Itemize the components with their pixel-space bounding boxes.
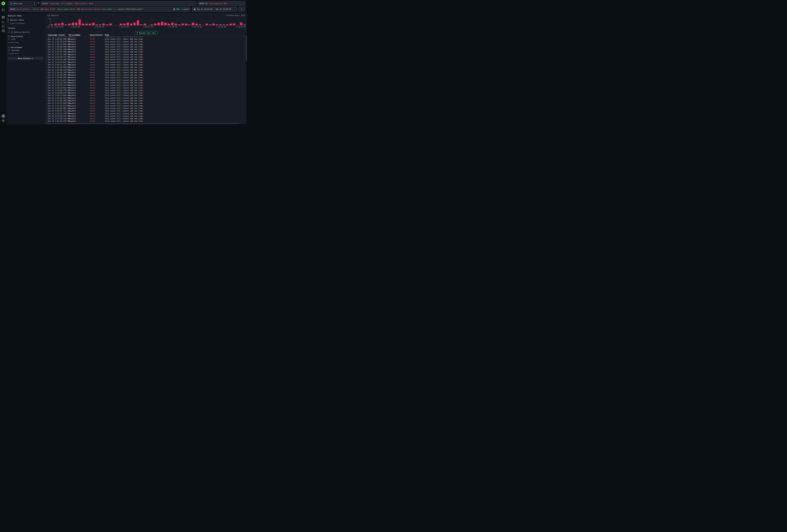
table-row[interactable]: ›Jun 11 1:51:39.115 PMpaymenterrorVisa c… [46, 118, 246, 120]
row-expand-chevron-icon[interactable]: › [46, 56, 47, 58]
table-row[interactable]: ›Jun 11 1:54:26.230 PMpaymenterrorVisa c… [46, 71, 246, 74]
row-expand-chevron-icon[interactable]: › [46, 54, 47, 56]
results-histogram[interactable]: 8 0 Jun 11 1:41:45 PM1:44:00 PM1:45:45 P… [47, 18, 246, 27]
info-checkbox[interactable] [8, 38, 10, 40]
table-options-icon[interactable]: ⋮ [243, 34, 245, 36]
column-resize-handle[interactable] [89, 34, 89, 36]
help-button[interactable]: ? [1, 114, 5, 118]
sidebar-resize-handle[interactable] [45, 13, 46, 124]
row-expand-chevron-icon[interactable]: › [46, 79, 47, 81]
row-expand-chevron-icon[interactable]: › [46, 66, 47, 68]
col-severitytext[interactable]: SeverityText [90, 34, 103, 36]
run-query-button[interactable]: ▷ [239, 7, 245, 12]
table-row[interactable]: ›Jun 11 1:54:52.241 PMpaymenterrorVisa c… [46, 63, 246, 66]
resume-live-tail-button[interactable]: Resume Live Tail [135, 31, 157, 35]
servicename-load-more[interactable]: Load more [8, 52, 43, 54]
column-resize-handle[interactable] [104, 34, 104, 36]
col-timestamp[interactable]: Timestamp (Local) [48, 34, 65, 36]
row-expand-chevron-icon[interactable]: › [46, 74, 47, 76]
chart-icon[interactable] [2, 21, 5, 23]
checkout-checkbox[interactable] [8, 49, 10, 51]
horizontal-scrollbar-thumb[interactable] [46, 123, 239, 124]
row-expand-chevron-icon[interactable]: › [46, 89, 47, 91]
table-row[interactable]: ›Jun 11 1:54:40.218 PMpaymenterrorVisa c… [46, 69, 246, 71]
table-row[interactable]: ›Jun 11 1:53:24.274 PMpaymenterrorVisa c… [46, 84, 246, 87]
row-expand-chevron-icon[interactable]: › [46, 112, 47, 114]
table-row[interactable]: ›Jun 11 1:53:05.578 PMpaymenterrorVisa c… [46, 89, 246, 92]
dashboard-icon[interactable] [2, 29, 5, 32]
table-row[interactable]: ›Jun 11 1:56:42.995 PMpaymenterrorVisa c… [46, 38, 246, 40]
row-expand-chevron-icon[interactable]: › [46, 107, 47, 109]
where-query-input[interactable]: WHERE SeverityText = 'error' AND Body IL… [9, 7, 190, 12]
column-resize-handle[interactable] [68, 34, 68, 36]
row-expand-chevron-icon[interactable]: › [46, 38, 47, 40]
row-expand-chevron-icon[interactable]: › [46, 94, 47, 97]
row-expand-chevron-icon[interactable]: › [46, 77, 47, 79]
horizontal-scrollbar[interactable] [46, 123, 245, 124]
order-by-input[interactable]: ORDER BY TimestampTime DESC [198, 1, 245, 6]
row-expand-chevron-icon[interactable]: › [46, 59, 47, 61]
row-expand-chevron-icon[interactable]: › [46, 69, 47, 71]
table-row[interactable]: ›Jun 11 1:51:57.712 PMpaymenterrorVisa c… [46, 110, 246, 112]
vertical-scrollbar[interactable] [246, 34, 247, 124]
table-row[interactable]: ›Jun 11 1:54:09.906 PMpaymenterrorVisa c… [46, 74, 246, 76]
row-expand-chevron-icon[interactable]: › [46, 64, 47, 66]
table-row[interactable]: ›Jun 11 1:52:25.630 PMpaymenterrorVisa c… [46, 102, 246, 105]
filter-option-info[interactable]: info [8, 38, 43, 40]
sessions-laptop-icon[interactable] [2, 25, 5, 27]
row-expand-chevron-icon[interactable]: › [46, 71, 47, 73]
table-row[interactable]: ›Jun 11 1:55:16.296 PMpaymenterrorVisa c… [46, 58, 246, 61]
hyperdx-logo-icon[interactable] [1, 1, 5, 5]
vertical-scrollbar-thumb[interactable] [246, 35, 247, 61]
filter-option-checkout[interactable]: checkout [8, 49, 43, 51]
table-row[interactable]: ›Jun 11 1:53:41.873 PMpaymenterrorVisa c… [46, 79, 246, 81]
table-row[interactable]: ›Jun 11 1:52:02.581 PMpaymenterrorVisa c… [46, 107, 246, 109]
table-row[interactable]: ›Jun 11 1:52:51.824 PMpaymenterrorVisa c… [46, 94, 246, 97]
sql-mode-toggle[interactable]: SQL [176, 8, 179, 10]
table-row[interactable]: ›Jun 11 1:56:03.248 PMpaymenterrorVisa c… [46, 48, 246, 50]
table-row[interactable]: ›Jun 11 1:56:32.843 PMpaymenterrorVisa c… [46, 43, 246, 45]
source-select[interactable]: Demo Logs [9, 1, 37, 6]
row-expand-chevron-icon[interactable]: › [46, 48, 47, 50]
table-row[interactable]: ›Jun 11 1:55:39.324 PMpaymenterrorVisa c… [46, 56, 246, 58]
more-filters-button[interactable]: More filters [8, 57, 43, 60]
table-row[interactable]: ›Jun 11 1:51:43.121 PMpaymenterrorVisa c… [46, 115, 246, 117]
row-expand-chevron-icon[interactable]: › [46, 82, 47, 84]
row-expand-chevron-icon[interactable]: › [46, 120, 47, 122]
tab-event-patterns[interactable]: Event Patterns [8, 22, 43, 25]
row-expand-chevron-icon[interactable]: › [46, 43, 47, 45]
row-expand-chevron-icon[interactable]: › [46, 102, 47, 104]
table-row[interactable]: ›Jun 11 1:53:26.250 PMpaymenterrorVisa c… [46, 81, 246, 84]
search-panel-icon[interactable] [2, 9, 5, 11]
row-expand-chevron-icon[interactable]: › [46, 87, 47, 89]
table-row[interactable]: ›Jun 11 1:54:43.948 PMpaymenterrorVisa c… [46, 66, 246, 69]
row-expand-chevron-icon[interactable]: › [46, 100, 47, 102]
row-expand-chevron-icon[interactable]: › [46, 84, 47, 86]
col-body[interactable]: Body [105, 34, 109, 36]
tab-results-table[interactable]: Results Table [8, 18, 43, 22]
time-range-picker[interactable]: Jun 11 13:41:52 - Jun 11 13:56:52 [192, 7, 237, 12]
logs-icon[interactable] [2, 16, 5, 18]
row-expand-chevron-icon[interactable]: › [46, 41, 47, 43]
table-row[interactable]: ›Jun 11 1:56:08.948 PMpaymenterrorVisa c… [46, 45, 246, 48]
table-row[interactable]: ›Jun 11 1:51:31.415 PMpaymenterrorVisa c… [46, 120, 246, 123]
table-row[interactable]: ›Jun 11 1:52:30.469 PMpaymenterrorVisa c… [46, 99, 246, 102]
severitytext-load-more[interactable]: Load more [8, 42, 43, 43]
row-expand-chevron-icon[interactable]: › [46, 97, 47, 99]
denoise-checkbox[interactable] [8, 31, 10, 33]
row-expand-chevron-icon[interactable]: › [46, 105, 47, 107]
user-avatar[interactable]: U [2, 119, 5, 122]
table-row[interactable]: ›Jun 11 1:54:06.953 PMpaymenterrorVisa c… [46, 76, 246, 79]
table-row[interactable]: ›Jun 11 1:53:00.676 PMpaymenterrorVisa c… [46, 92, 246, 94]
row-expand-chevron-icon[interactable]: › [46, 51, 47, 53]
table-row[interactable]: ›Jun 11 1:55:51.448 PMpaymenterrorVisa c… [46, 53, 246, 56]
table-row[interactable]: ›Jun 11 1:56:38.534 PMpaymenterrorVisa c… [46, 40, 246, 43]
row-expand-chevron-icon[interactable]: › [46, 115, 47, 117]
table-row[interactable]: ›Jun 11 1:55:07.827 PMpaymenterrorVisa c… [46, 61, 246, 63]
row-expand-chevron-icon[interactable]: › [46, 110, 47, 112]
col-servicename[interactable]: ServiceName [69, 34, 80, 36]
row-expand-chevron-icon[interactable]: › [46, 46, 47, 48]
table-row[interactable]: ›Jun 11 1:55:59.760 PMpaymenterrorVisa c… [46, 51, 246, 53]
table-row[interactable]: ›Jun 11 1:52:19.473 PMpaymenterrorVisa c… [46, 105, 246, 107]
gear-icon[interactable]: ⚙ [38, 2, 40, 4]
